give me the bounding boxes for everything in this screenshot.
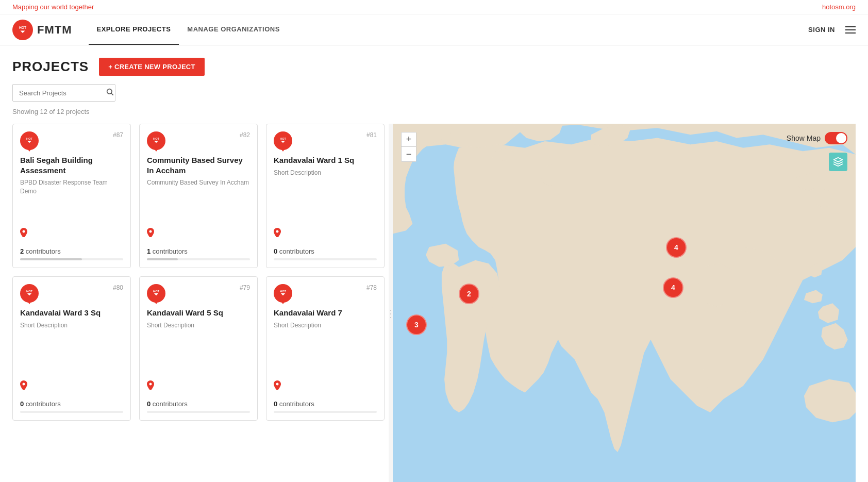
- card-id: #79: [240, 284, 250, 291]
- hot-logo-small: HOT: [20, 131, 39, 150]
- svg-text:HOT: HOT: [153, 137, 159, 140]
- card-subtitle: Short Description: [20, 321, 123, 377]
- showing-count-text: Showing 12 of 12 projects: [12, 108, 856, 115]
- nav-links: EXPLORE PROJECTS MANAGE ORGANIZATIONS: [89, 14, 809, 45]
- banner-right-text: hotosm.org: [822, 3, 856, 11]
- project-card[interactable]: HOT #78 Kandavalai Ward 7 Short Descript…: [266, 276, 385, 421]
- contributors-text: 0 contributors: [274, 400, 377, 408]
- svg-line-4: [111, 93, 113, 95]
- progress-bar: [274, 258, 377, 260]
- map-panel: Show Map: [393, 124, 856, 482]
- card-header: HOT #78: [274, 284, 377, 303]
- card-subtitle: Short Description: [274, 169, 377, 224]
- card-footer: 0 contributors: [274, 396, 377, 413]
- panel-divider: [389, 124, 393, 482]
- progress-bar: [20, 411, 123, 413]
- card-footer: 2 contributors: [20, 243, 123, 260]
- project-card[interactable]: HOT #79 Kandavali Ward 5 Sq Short Descri…: [139, 276, 258, 421]
- card-subtitle: Short Description: [274, 321, 377, 377]
- cluster-marker-3[interactable]: 2: [459, 284, 479, 304]
- card-subtitle: Short Description: [147, 321, 250, 377]
- progress-bar: [274, 411, 377, 413]
- hamburger-menu[interactable]: [845, 26, 856, 34]
- logo-area: HOT FMTM: [12, 20, 72, 40]
- card-location-icon: [147, 228, 250, 239]
- hot-logo-small: HOT: [147, 284, 165, 303]
- project-card[interactable]: HOT #82 Community Based Survey In Accham…: [139, 124, 258, 268]
- cluster-marker-2[interactable]: 4: [663, 277, 683, 298]
- show-map-toggle-switch[interactable]: [825, 132, 847, 144]
- card-header: HOT #87: [20, 131, 123, 150]
- progress-bar: [20, 258, 123, 260]
- card-header: HOT #80: [20, 284, 123, 303]
- card-id: #87: [113, 131, 123, 139]
- card-footer: 0 contributors: [20, 396, 123, 413]
- page-title: PROJECTS: [12, 59, 89, 75]
- card-id: #78: [366, 284, 377, 291]
- map-zoom-controls: + −: [401, 132, 416, 162]
- zoom-out-button[interactable]: −: [402, 147, 416, 161]
- card-title: Kandavalai Ward 7: [274, 308, 377, 318]
- card-id: #80: [113, 284, 123, 291]
- sign-in-button[interactable]: SIGN IN: [808, 26, 835, 34]
- contributors-text: 1 contributors: [147, 247, 250, 255]
- navbar: HOT FMTM EXPLORE PROJECTS MANAGE ORGANIZ…: [0, 14, 868, 45]
- show-map-label: Show Map: [787, 134, 821, 142]
- card-title: Kandavali Ward 5 Sq: [147, 308, 250, 318]
- svg-text:HOT: HOT: [19, 25, 27, 29]
- card-location-icon: [147, 380, 250, 392]
- layers-icon: [833, 157, 843, 167]
- nav-manage-organizations[interactable]: MANAGE ORGANIZATIONS: [179, 14, 288, 45]
- map-container[interactable]: + − 4 4 2 3 #: [393, 124, 856, 482]
- cluster-marker-1[interactable]: 4: [666, 237, 687, 258]
- contributors-text: 0 contributors: [274, 247, 377, 255]
- card-subtitle: BPBD Disaster Response Team Demo: [20, 178, 123, 224]
- card-id: #81: [366, 131, 377, 139]
- zoom-in-button[interactable]: +: [402, 132, 416, 147]
- layer-icon-button[interactable]: [829, 153, 847, 171]
- contributors-text: 0 contributors: [147, 400, 250, 408]
- svg-text:HOT: HOT: [26, 290, 32, 293]
- svg-text:HOT: HOT: [280, 137, 286, 140]
- create-project-button[interactable]: + CREATE NEW PROJECT: [99, 58, 205, 76]
- cluster-marker-4[interactable]: 3: [406, 314, 427, 335]
- hot-logo-small: HOT: [20, 284, 39, 303]
- hot-logo-small: HOT: [274, 131, 292, 150]
- card-footer: 0 contributors: [274, 243, 377, 260]
- hot-logo-icon: HOT: [12, 20, 33, 40]
- search-bar: [12, 84, 115, 102]
- banner-left-text: Mapping our world together: [12, 3, 94, 11]
- panels: HOT #87 Bali Segah Building Assessment B…: [12, 124, 856, 482]
- show-map-toggle: Show Map: [787, 132, 847, 144]
- card-title: Kandavalai Ward 1 Sq: [274, 155, 377, 165]
- card-header: HOT #82: [147, 131, 250, 150]
- hot-logo-small: HOT: [147, 131, 165, 150]
- progress-bar: [147, 411, 250, 413]
- card-title: Kandavalai Ward 3 Sq: [20, 308, 123, 318]
- top-banner: Mapping our world together hotosm.org: [0, 0, 868, 14]
- map-background-svg: [393, 124, 856, 482]
- search-input[interactable]: [19, 89, 106, 97]
- logo-text: FMTM: [37, 23, 72, 37]
- hot-logo-small: HOT: [274, 284, 292, 303]
- progress-bar: [147, 258, 250, 260]
- main-content: PROJECTS + CREATE NEW PROJECT Showing 12…: [0, 45, 868, 482]
- nav-explore-projects[interactable]: EXPLORE PROJECTS: [89, 14, 179, 45]
- contributors-text: 2 contributors: [20, 247, 123, 255]
- card-header: HOT #79: [147, 284, 250, 303]
- svg-point-3: [107, 89, 112, 94]
- project-card[interactable]: HOT #87 Bali Segah Building Assessment B…: [12, 124, 131, 268]
- card-location-icon: [20, 228, 123, 239]
- project-card[interactable]: HOT #80 Kandavalai Ward 3 Sq Short Descr…: [12, 276, 131, 421]
- card-title: Bali Segah Building Assessment: [20, 155, 123, 175]
- card-subtitle: Community Based Survey In Accham: [147, 178, 250, 224]
- toggle-knob: [836, 133, 846, 143]
- card-location-icon: [274, 228, 377, 239]
- projects-grid: HOT #87 Bali Segah Building Assessment B…: [12, 124, 385, 421]
- search-icon-button[interactable]: [106, 88, 114, 98]
- card-location-icon: [274, 380, 377, 392]
- card-location-icon: [20, 380, 123, 392]
- project-card[interactable]: HOT #81 Kandavalai Ward 1 Sq Short Descr…: [266, 124, 385, 268]
- svg-text:HOT: HOT: [26, 137, 32, 140]
- svg-point-0: [15, 22, 30, 38]
